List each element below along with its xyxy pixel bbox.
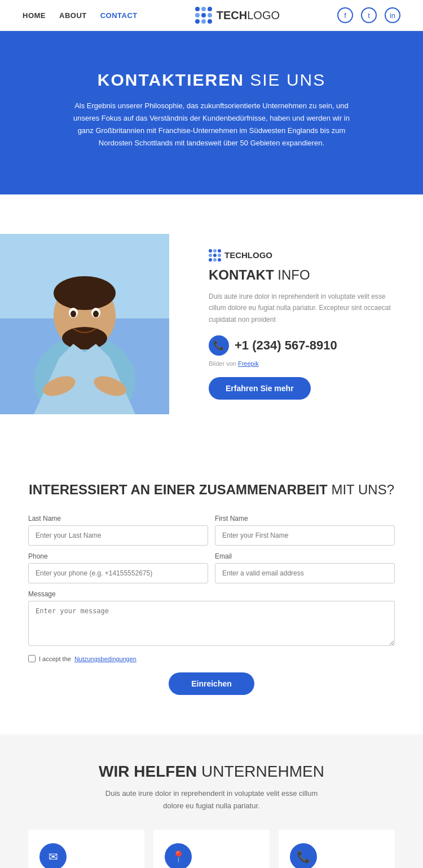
help-cards: ✉ Diagramm zu uns Unser freundliches Tea… — [28, 830, 395, 868]
mini-dot-7 — [209, 258, 212, 262]
learn-more-button[interactable]: Erfahren Sie mehr — [209, 377, 311, 400]
phone-input[interactable] — [28, 563, 208, 583]
contact-info-text: TECHLOGO KONTAKT INFO Duis aute irure do… — [203, 249, 395, 400]
mini-logo-dots — [209, 249, 221, 262]
terms-link[interactable]: Nutzungsbedingungen — [74, 656, 136, 662]
mini-logo-text: TECHLOGO — [224, 250, 272, 260]
message-input[interactable] — [28, 601, 395, 646]
phone-number: +1 (234) 567-8910 — [235, 338, 337, 353]
help-description: Duis aute irure dolor in reprehenderit i… — [104, 787, 319, 812]
email-card-icon: ✉ — [39, 843, 67, 868]
logo-text: TECHLOGO — [217, 9, 280, 22]
logo-dot-1 — [195, 7, 200, 11]
first-name-input[interactable] — [215, 525, 395, 546]
hero-description: Als Ergebnis unserer Philosophie, das zu… — [65, 100, 358, 149]
svg-point-9 — [93, 311, 99, 317]
hero-title: KONTAKTIEREN SIE UNS — [45, 70, 378, 90]
logo-dot-3 — [208, 7, 212, 11]
phone-row: 📞 +1 (234) 567-8910 — [209, 335, 395, 356]
freepik-link[interactable]: Freepik — [238, 360, 259, 367]
navbar: HOME ABOUT CONTACT TECHLOGO f t in — [0, 0, 423, 31]
checkbox-text: I accept the — [39, 656, 71, 662]
logo-dot-7 — [195, 19, 200, 24]
mini-dot-1 — [209, 249, 212, 253]
form-heading: INTERESSIERT AN EINER ZUSAMMENARBEIT MIT… — [28, 482, 395, 498]
logo-dot-4 — [195, 13, 200, 17]
last-name-group: Last Name — [28, 515, 208, 546]
form-grid: Last Name First Name Phone Email — [28, 515, 395, 583]
logo-dot-8 — [201, 19, 206, 24]
phone-group: Phone — [28, 552, 208, 583]
nav-contact[interactable]: CONTACT — [100, 11, 138, 20]
svg-point-5 — [62, 327, 107, 349]
terms-checkbox[interactable] — [28, 655, 36, 662]
last-name-label: Last Name — [28, 515, 208, 522]
person-image-container — [0, 234, 180, 414]
nav-home[interactable]: HOME — [23, 11, 46, 20]
phone-label: Phone — [28, 552, 208, 560]
mini-dot-3 — [218, 249, 221, 253]
nav-about[interactable]: ABOUT — [59, 11, 87, 20]
twitter-icon[interactable]: t — [361, 7, 377, 23]
first-name-group: First Name — [215, 515, 395, 546]
contact-mini-logo: TECHLOGO — [209, 249, 395, 262]
first-name-label: First Name — [215, 515, 395, 522]
person-photo — [0, 234, 169, 414]
phone-card-icon: 📞 — [290, 843, 317, 868]
svg-point-4 — [54, 276, 116, 310]
form-section: INTERESSIERT AN EINER ZUSAMMENARBEIT MIT… — [0, 454, 423, 723]
logo-dot-9 — [208, 19, 212, 24]
contact-info-heading: KONTAKT INFO — [209, 267, 395, 283]
svg-point-8 — [70, 311, 76, 317]
message-label: Message — [28, 590, 395, 598]
contact-info-section: TECHLOGO KONTAKT INFO Duis aute irure do… — [0, 206, 423, 442]
help-card-office: 📍 Büro Kommen Sie und sagen Sie Hallo In… — [153, 830, 270, 868]
hero-section: KONTAKTIEREN SIE UNS Als Ergebnis unsere… — [0, 31, 423, 194]
mini-dot-9 — [218, 258, 221, 262]
facebook-icon[interactable]: f — [337, 7, 353, 23]
mini-dot-5 — [213, 254, 217, 257]
logo-dot-5 — [201, 13, 206, 17]
office-card-icon: 📍 — [165, 843, 192, 868]
logo-dot-2 — [201, 7, 206, 11]
message-group: Message — [28, 590, 395, 648]
help-heading: WIR HELFEN UNTERNEHMEN — [28, 763, 395, 781]
nav-links: HOME ABOUT CONTACT — [23, 11, 138, 20]
logo-dots — [195, 7, 212, 24]
checkbox-row: I accept the Nutzungsbedingungen — [28, 655, 395, 662]
mini-dot-8 — [213, 258, 217, 262]
help-card-email: ✉ Diagramm zu uns Unser freundliches Tea… — [28, 830, 144, 868]
mini-dot-2 — [213, 249, 217, 253]
mini-dot-6 — [218, 254, 221, 257]
mini-dot-4 — [209, 254, 212, 257]
instagram-icon[interactable]: in — [385, 7, 400, 23]
contact-info-description: Duis aute irure dolor in reprehenderit i… — [209, 291, 395, 325]
bilder-line: Bilder von Freepik — [209, 360, 395, 367]
help-card-phone: 📞 Telefon Mo-Fr von 8.00 bis 5.00 Uhr +1… — [279, 830, 395, 868]
logo-dot-6 — [208, 13, 212, 17]
email-group: Email — [215, 552, 395, 583]
last-name-input[interactable] — [28, 525, 208, 546]
email-input[interactable] — [215, 563, 395, 583]
phone-icon: 📞 — [209, 335, 229, 356]
nav-social: f t in — [337, 7, 400, 23]
nav-logo: TECHLOGO — [195, 7, 280, 24]
submit-button[interactable]: Einreichen — [169, 672, 254, 695]
help-section: WIR HELFEN UNTERNEHMEN Duis aute irure d… — [0, 734, 423, 868]
email-label: Email — [215, 552, 395, 560]
